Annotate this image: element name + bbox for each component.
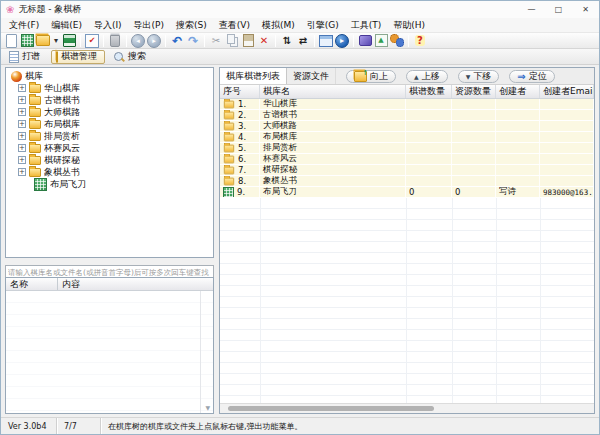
play-icon[interactable] [335, 34, 349, 48]
table-row[interactable]: 6. 杯赛风云 [220, 154, 594, 165]
row-index: 1. [238, 99, 246, 109]
dropdown-arrow-icon[interactable] [52, 34, 60, 48]
help-icon[interactable] [413, 34, 427, 48]
menu-item[interactable]: 导出(P) [128, 19, 170, 32]
expand-plus-icon[interactable]: + [18, 108, 26, 116]
manage-folder-icon [56, 52, 58, 62]
search-magnifier-icon [113, 51, 125, 63]
table-row[interactable]: 3. 大师棋路 [220, 121, 594, 132]
expand-plus-icon[interactable]: + [18, 120, 26, 128]
new-file-icon[interactable] [4, 34, 18, 48]
column-header-resources[interactable]: 资源数量 [452, 85, 496, 98]
check-board-icon[interactable] [85, 34, 99, 48]
separator [204, 35, 205, 47]
engine-icon[interactable] [358, 34, 372, 48]
tree-item[interactable]: + 排局赏析 [7, 130, 212, 142]
view-tab[interactable]: 棋谱管理 [51, 50, 105, 64]
column-header-name[interactable]: 名称 [6, 278, 58, 290]
list-action-button[interactable]: 上移 [406, 70, 448, 83]
view-tab[interactable]: 搜索 [108, 50, 154, 64]
row-game-count [406, 176, 452, 186]
tree-item[interactable]: + 华山棋库 [7, 82, 212, 94]
list-action-button[interactable]: 定位 [509, 70, 554, 83]
board-window-icon[interactable] [319, 34, 333, 48]
tab-resource-files[interactable]: 资源文件 [287, 68, 336, 84]
column-header-email[interactable]: 创建者Email [540, 85, 594, 98]
swap-leftright-icon[interactable] [296, 34, 310, 48]
table-row[interactable]: 5. 排局赏析 [220, 143, 594, 154]
horizontal-scrollbar[interactable] [220, 403, 594, 413]
menu-item[interactable]: 文件(F) [3, 19, 45, 32]
menu-item[interactable]: 查看(V) [213, 19, 256, 32]
table-row[interactable]: 9. 布局飞刀 0 0 写诗 983000@163.com [220, 187, 594, 198]
save-icon[interactable] [62, 34, 76, 48]
tree-item[interactable]: + 杯赛风云 [7, 142, 212, 154]
menu-item[interactable]: 工具(T) [345, 19, 388, 32]
menu-item[interactable]: 引擎(G) [301, 19, 345, 32]
maximize-button[interactable]: □ [545, 1, 572, 18]
main-area: 棋库 + 华山棋库 + 古谱棋书 [1, 65, 599, 414]
menu-item[interactable]: 帮助(H) [387, 19, 431, 32]
minimize-button[interactable]: — [518, 1, 545, 18]
tree-leaf-item[interactable]: 布局飞刀 [7, 178, 212, 190]
open-folder-icon[interactable] [36, 34, 50, 48]
upload-icon[interactable] [374, 34, 388, 48]
forward-icon[interactable] [147, 34, 161, 48]
menu-item[interactable]: 搜索(S) [170, 19, 213, 32]
separator [353, 35, 354, 47]
tree-item[interactable]: + 象棋丛书 [7, 166, 212, 178]
list-action-button[interactable]: 下移 [458, 70, 500, 83]
tab-game-list[interactable]: 棋库棋谱列表 [220, 68, 287, 84]
row-index: 3. [238, 121, 246, 131]
sort-updown-icon[interactable] [280, 34, 294, 48]
copy-icon[interactable] [225, 34, 239, 48]
delete-icon[interactable] [257, 34, 271, 48]
column-header-library[interactable]: 棋库名 [260, 85, 406, 98]
list-action-button[interactable]: 向上 [346, 70, 396, 83]
menu-item[interactable]: 编辑(E) [45, 19, 88, 32]
trash-icon[interactable] [108, 34, 122, 48]
folder-icon [29, 144, 41, 153]
expand-plus-icon[interactable]: + [18, 84, 26, 92]
column-header-content[interactable]: 内容 [58, 278, 213, 290]
tree-item[interactable]: + 大师棋路 [7, 106, 212, 118]
expand-plus-icon[interactable]: + [18, 156, 26, 164]
view-tab-label: 打谱 [22, 50, 40, 63]
column-header-games[interactable]: 棋谱数量 [406, 85, 452, 98]
column-header-creator[interactable]: 创建者 [496, 85, 540, 98]
back-icon[interactable] [131, 34, 145, 48]
tree-item[interactable]: + 棋研探秘 [7, 154, 212, 166]
redo-icon[interactable] [186, 34, 200, 48]
row-game-count [406, 121, 452, 131]
tree-item[interactable]: + 古谱棋书 [7, 94, 212, 106]
gears-icon[interactable] [390, 34, 404, 48]
paste-icon[interactable] [241, 34, 255, 48]
undo-icon[interactable] [170, 34, 184, 48]
folder-up-icon [354, 71, 367, 82]
menu-item[interactable]: 模拟(M) [256, 19, 301, 32]
triangle-down-icon [466, 71, 471, 81]
scrollbar-thumb[interactable] [228, 406, 434, 411]
expand-plus-icon[interactable]: + [18, 168, 26, 176]
expand-plus-icon[interactable]: + [18, 96, 26, 104]
cut-icon[interactable] [209, 34, 223, 48]
menu-item[interactable]: 导入(I) [88, 19, 128, 32]
tree-item[interactable]: + 布局棋库 [7, 118, 212, 130]
search-result-header: 名称 内容 [6, 278, 213, 291]
menu-bar: 文件(F) 编辑(E) 导入(I) 导出(P) 搜索(S) 查看(V) 模拟(M… [1, 18, 599, 32]
table-row[interactable]: 2. 古谱棋书 [220, 110, 594, 121]
column-header-index[interactable]: 序号 [220, 85, 260, 98]
table-row[interactable]: 4. 布局棋库 [220, 132, 594, 143]
expand-plus-icon[interactable]: + [18, 144, 26, 152]
row-creator [496, 165, 540, 175]
table-row[interactable]: 8. 象棋丛书 [220, 176, 594, 187]
tree-root-item[interactable]: 棋库 [7, 70, 212, 82]
close-button[interactable]: ✕ [572, 1, 599, 18]
left-column: 棋库 + 华山棋库 + 古谱棋书 [5, 67, 214, 414]
expand-plus-icon[interactable]: + [18, 132, 26, 140]
table-row[interactable]: 7. 棋研探秘 [220, 165, 594, 176]
new-board-icon[interactable] [20, 34, 34, 48]
scroll-down-icon[interactable]: ▼ [205, 404, 210, 411]
table-row[interactable]: 1. 华山棋库 [220, 99, 594, 110]
view-tab[interactable]: 打谱 [4, 50, 48, 64]
